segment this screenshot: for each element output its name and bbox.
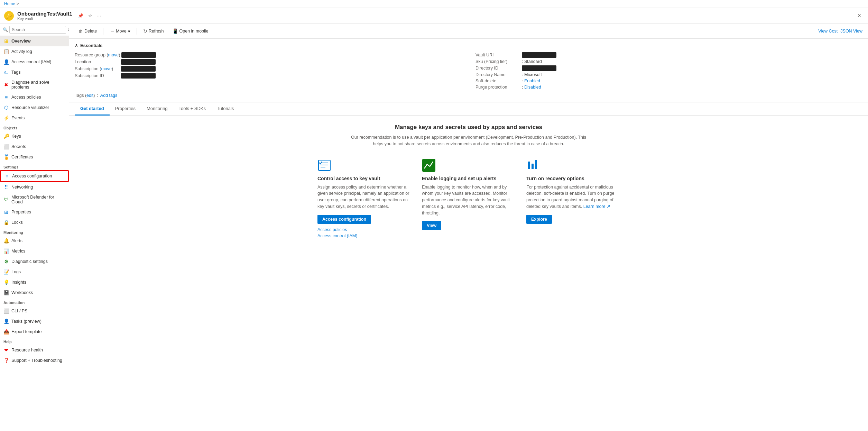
- sidebar-item-tasks-preview[interactable]: 👤 Tasks (preview): [0, 316, 69, 327]
- pin-button[interactable]: 📌: [76, 12, 85, 20]
- cards-container: Control access to key vault Assign acces…: [317, 158, 620, 238]
- sidebar-item-events[interactable]: ⚡ Events: [0, 113, 69, 123]
- metrics-icon: 📊: [3, 248, 9, 254]
- resource-group-move[interactable]: move: [108, 53, 119, 57]
- sidebar-item-label: Diagnose and solve problems: [11, 80, 65, 90]
- support-icon: ❓: [3, 358, 9, 363]
- main-layout: 🔍 ✕ ⊞ Overview 📋 Activity log 👤 Access c…: [0, 24, 868, 431]
- card-links-control-access: Access policies Access control (IAM): [317, 227, 357, 238]
- sidebar-item-label: Secrets: [11, 144, 26, 149]
- json-view-link[interactable]: JSON View: [840, 29, 862, 34]
- soft-delete-link[interactable]: Enabled: [524, 79, 540, 83]
- move-chevron: ▾: [128, 29, 130, 34]
- open-mobile-button[interactable]: 📱 Open in mobile: [169, 27, 212, 36]
- card-recovery-options: Turn on recovery options For protection …: [526, 158, 620, 224]
- sidebar-item-label: Access policies: [11, 95, 41, 100]
- secrets-icon: ⬜: [3, 144, 9, 149]
- sidebar-item-label: Keys: [11, 134, 21, 139]
- move-button[interactable]: → Move ▾: [106, 27, 134, 36]
- more-button[interactable]: ···: [96, 12, 102, 20]
- card-title-recovery: Turn on recovery options: [526, 176, 584, 181]
- sidebar-item-label: Alerts: [11, 238, 22, 243]
- header-actions: 📌 ☆ ···: [76, 12, 102, 20]
- sidebar-item-certificates[interactable]: 🏅 Certificates: [0, 152, 69, 162]
- sidebar-item-metrics[interactable]: 📊 Metrics: [0, 246, 69, 256]
- search-input[interactable]: [9, 26, 66, 34]
- sidebar-item-support-troubleshooting[interactable]: ❓ Support + Troubleshooting: [0, 355, 69, 366]
- card-desc-recovery: For protection against accidental or mal…: [526, 184, 620, 210]
- sidebar-item-insights[interactable]: 💡 Insights: [0, 277, 69, 287]
- sidebar-item-locks[interactable]: 🔒 Locks: [0, 217, 69, 228]
- sidebar-item-activity-log[interactable]: 📋 Activity log: [0, 46, 69, 57]
- sidebar-item-label: Resource visualizer: [11, 105, 49, 110]
- svg-point-5: [432, 162, 433, 163]
- access-control-iam-card-link[interactable]: Access control (IAM): [317, 233, 357, 238]
- card-desc-logging: Enable logging to monitor how, when and …: [422, 184, 515, 217]
- access-configuration-button[interactable]: Access configuration: [317, 215, 371, 224]
- certificates-icon: 🏅: [3, 154, 9, 160]
- access-policies-card-link[interactable]: Access policies: [317, 227, 357, 232]
- sidebar-item-cli-ps[interactable]: ⬜ CLI / PS: [0, 306, 69, 316]
- tags-edit-link[interactable]: edit: [86, 93, 93, 98]
- sidebar-item-access-configuration[interactable]: ≡ Access configuration: [0, 170, 69, 182]
- directory-name-row: Directory Name : Microsoft: [475, 72, 862, 78]
- essentials-grid: Resource group (move) Location Subscript…: [75, 52, 862, 90]
- tab-get-started[interactable]: Get started: [75, 102, 110, 116]
- access-configuration-icon: ≡: [4, 173, 10, 179]
- move-icon: →: [110, 28, 114, 34]
- explore-button[interactable]: Explore: [526, 215, 552, 224]
- subscription-move[interactable]: move: [101, 66, 112, 71]
- sidebar-item-defender[interactable]: 🛡 Microsoft Defender for Cloud: [0, 192, 69, 207]
- view-button[interactable]: View: [422, 221, 441, 230]
- sidebar-item-label: Tags: [11, 70, 20, 75]
- sidebar-item-properties[interactable]: ⊞ Properties: [0, 207, 69, 217]
- sidebar-item-networking[interactable]: ⠿ Networking: [0, 182, 69, 192]
- sidebar-item-secrets[interactable]: ⬜ Secrets: [0, 141, 69, 152]
- top-right-links: View Cost JSON View: [818, 29, 862, 34]
- card-enable-logging: Enable logging and set up alerts Enable …: [422, 158, 515, 230]
- sidebar: 🔍 ✕ ⊞ Overview 📋 Activity log 👤 Access c…: [0, 24, 69, 431]
- breadcrumb-home[interactable]: Home: [4, 1, 15, 6]
- delete-button[interactable]: 🗑 Delete: [75, 27, 100, 36]
- sidebar-item-workbooks[interactable]: 📓 Workbooks: [0, 287, 69, 298]
- sidebar-item-access-policies[interactable]: ≡ Access policies: [0, 92, 69, 102]
- sidebar-item-label: Workbooks: [11, 290, 33, 295]
- content-area: 🗑 Delete → Move ▾ ↻ Refresh 📱 Open in mo…: [69, 24, 868, 431]
- sidebar-item-alerts[interactable]: 🔔 Alerts: [0, 236, 69, 246]
- title-group: OnboardingTestVault1 Key vault: [17, 11, 72, 21]
- sidebar-item-label: Microsoft Defender for Cloud: [11, 195, 65, 204]
- sidebar-item-keys[interactable]: 🔑 Keys: [0, 131, 69, 141]
- tab-monitoring[interactable]: Monitoring: [141, 102, 173, 116]
- essentials-header[interactable]: ∧ Essentials: [75, 43, 862, 48]
- sidebar-item-label: Certificates: [11, 155, 33, 159]
- subscription-row: Subscription (move): [75, 65, 462, 72]
- sidebar-item-overview[interactable]: ⊞ Overview: [0, 36, 69, 46]
- sidebar-item-diagnostic-settings[interactable]: ⚙ Diagnostic settings: [0, 256, 69, 267]
- purge-protection-link[interactable]: Disabled: [524, 85, 541, 90]
- refresh-button[interactable]: ↻ Refresh: [140, 27, 167, 36]
- sidebar-item-label: Locks: [11, 220, 23, 225]
- card-control-access: Control access to key vault Assign acces…: [317, 158, 411, 238]
- sidebar-item-access-control-iam[interactable]: 👤 Access control (IAM): [0, 57, 69, 67]
- view-cost-link[interactable]: View Cost: [818, 29, 838, 34]
- search-clear-button[interactable]: ✕: [66, 27, 69, 33]
- star-button[interactable]: ☆: [87, 12, 94, 20]
- sidebar-item-logs[interactable]: 📝 Logs: [0, 267, 69, 277]
- essentials-left: Resource group (move) Location Subscript…: [75, 52, 462, 90]
- sidebar-item-diagnose[interactable]: ✖ Diagnose and solve problems: [0, 77, 69, 92]
- export-icon: 📤: [3, 329, 9, 334]
- tab-tutorials[interactable]: Tutorials: [211, 102, 239, 116]
- networking-icon: ⠿: [3, 184, 9, 190]
- sidebar-item-tags[interactable]: 🏷 Tags: [0, 67, 69, 77]
- learn-more-link[interactable]: Learn more ↗: [583, 204, 610, 209]
- sidebar-item-resource-health[interactable]: ❤ Resource health: [0, 345, 69, 355]
- tab-properties[interactable]: Properties: [110, 102, 141, 116]
- resource-group-row: Resource group (move): [75, 52, 462, 58]
- tags-icon: 🏷: [3, 70, 9, 75]
- sidebar-item-resource-visualizer[interactable]: ⬡ Resource visualizer: [0, 102, 69, 113]
- add-tags-link[interactable]: Add tags: [100, 93, 117, 98]
- directory-id-row: Directory ID: [475, 65, 862, 72]
- close-button[interactable]: ×: [855, 11, 864, 21]
- tab-tools-sdks[interactable]: Tools + SDKs: [173, 102, 211, 116]
- sidebar-item-export-template[interactable]: 📤 Export template: [0, 327, 69, 337]
